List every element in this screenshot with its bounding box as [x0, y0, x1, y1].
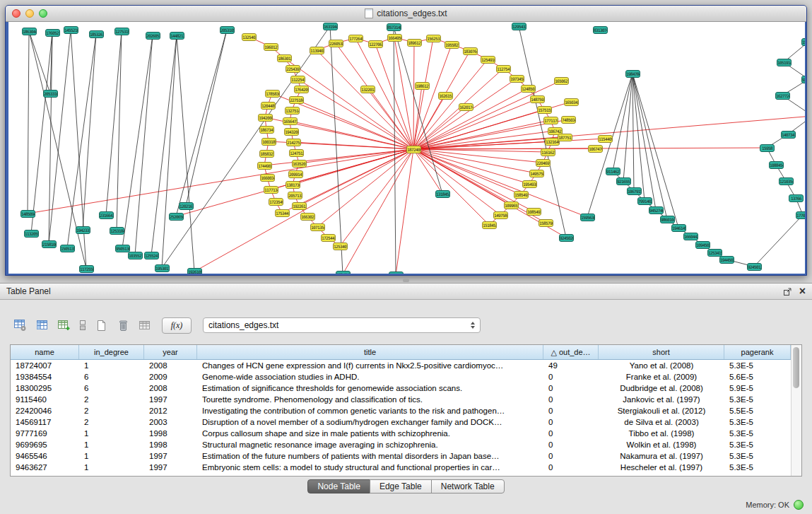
graph-node[interactable]: 9452740 [649, 206, 664, 214]
graph-node[interactable]: 1663021 [300, 213, 315, 221]
graph-node[interactable]: 1248503 [521, 85, 536, 93]
cell-short[interactable]: Wolkin et al. (1998) [599, 439, 724, 450]
delete-table-icon[interactable] [114, 317, 132, 334]
cell-out_degree[interactable]: 0 [543, 450, 599, 462]
graph-node[interactable]: 9505130 [115, 245, 130, 252]
graph-node[interactable]: 1986127 [415, 82, 430, 90]
table-row[interactable]: 1872400712008Changes of HCN gene express… [11, 360, 801, 371]
graph-node[interactable]: 1954938 [522, 180, 537, 188]
graph-node[interactable]: 1067476 [588, 145, 603, 153]
minimize-window-button[interactable] [25, 9, 34, 18]
graph-node[interactable]: 1785830 [265, 90, 280, 98]
graph-node[interactable]: 1863012 [277, 54, 292, 62]
graph-node[interactable]: 2099147 [288, 170, 303, 178]
graph-node[interactable]: 1896127 [407, 39, 422, 47]
graph-node[interactable]: 1127547 [496, 65, 511, 73]
function-builder-button[interactable]: f(x) [162, 317, 192, 334]
graph-node[interactable]: 2520650 [169, 213, 184, 221]
table-row[interactable]: 1456911722003Disruption of a novel membe… [11, 416, 801, 428]
graph-node[interactable]: 2204697 [536, 159, 551, 167]
graph-node[interactable]: 7485034 [561, 116, 576, 124]
cell-pagerank[interactable]: 5.9E-5 [724, 382, 791, 394]
graph-node[interactable]: 1944502 [719, 256, 734, 264]
graph-node[interactable]: 1943208 [284, 128, 299, 136]
cell-short[interactable]: Dudbridge et al. (2008) [599, 382, 724, 394]
graph-node[interactable]: 1139402 [310, 47, 324, 54]
cell-title[interactable]: Corpus callosum shape and size in male p… [197, 428, 543, 439]
graph-node[interactable]: 9216557 [616, 177, 631, 185]
graph-node[interactable]: 2275184 [289, 96, 304, 104]
cell-title[interactable]: Structural magnetic resonance image aver… [197, 439, 543, 450]
graph-node[interactable]: 1620174 [459, 103, 473, 111]
cell-name[interactable]: 9463627 [11, 462, 79, 473]
graph-node[interactable]: 1253407 [333, 243, 348, 250]
close-panel-icon[interactable]: × [799, 286, 806, 296]
graph-node[interactable]: 1227063 [368, 40, 383, 48]
cell-year[interactable]: 2008 [144, 360, 197, 371]
new-table-icon[interactable] [92, 317, 110, 334]
cell-name[interactable]: 9115460 [11, 394, 79, 405]
cell-out_degree[interactable]: 0 [543, 439, 599, 450]
table-row[interactable]: 1830029562008Estimation of significance … [11, 382, 801, 394]
graph-node[interactable]: 1051914 [777, 59, 792, 66]
column-header-name[interactable]: name [11, 345, 79, 359]
graph-node[interactable]: 2057133 [288, 192, 302, 199]
graph-node[interactable]: 1656473 [283, 117, 298, 125]
cell-short[interactable]: Jankovic et al. (1997) [599, 394, 724, 405]
graph-node[interactable]: 1455210 [64, 26, 78, 34]
graph-node[interactable]: 1744902 [257, 162, 272, 170]
graph-node[interactable]: 9114627 [606, 168, 620, 175]
graph-node[interactable]: 1487593 [530, 95, 545, 103]
cell-short[interactable]: Nakamura et al. (1997) [599, 450, 724, 462]
graph-node[interactable]: 1960127 [264, 43, 278, 51]
graph-node[interactable]: 7991402 [637, 197, 652, 205]
cell-year[interactable]: 1998 [144, 439, 197, 450]
graph-node[interactable]: 1650342 [564, 98, 579, 106]
cell-in_degree[interactable]: 1 [79, 439, 144, 450]
column-header-short[interactable]: short [599, 345, 724, 359]
graph-node[interactable]: 1204485 [261, 102, 276, 110]
cell-out_degree[interactable]: 0 [543, 416, 599, 428]
graph-node[interactable]: 1922613 [292, 202, 307, 210]
cell-pagerank[interactable]: 5.3E-5 [724, 428, 791, 439]
graph-node[interactable]: 1562531 [426, 35, 441, 42]
graph-node[interactable]: 1771174 [543, 117, 558, 124]
graph-node[interactable]: 1255247 [144, 252, 159, 259]
graph-node[interactable]: 1071354 [310, 223, 325, 231]
graph-node[interactable]: 1635201 [292, 160, 307, 168]
graph-node[interactable]: 2053310 [43, 90, 58, 98]
graph-node[interactable]: 1247512 [289, 149, 304, 157]
graph-node[interactable]: 1485094 [20, 210, 35, 218]
graph-node[interactable]: 1585493 [514, 191, 529, 199]
column-header-title[interactable]: title [197, 345, 543, 359]
cell-short[interactable]: de Silva et al. (2003) [599, 416, 724, 428]
cell-in_degree[interactable]: 6 [79, 382, 144, 394]
graph-node[interactable]: 1210354 [779, 177, 794, 185]
tab-network-table[interactable]: Network Table [431, 479, 505, 493]
cell-year[interactable]: 1997 [144, 462, 197, 473]
graph-node[interactable]: 9860104 [660, 216, 675, 223]
graph-node[interactable]: 1631944 [323, 23, 338, 30]
graph-node[interactable]: 2260538 [329, 40, 343, 47]
graph-node[interactable]: 1518453 [482, 221, 497, 229]
graph-node[interactable]: 1085493 [526, 208, 541, 216]
column-header-pagerank[interactable]: pagerank [724, 345, 791, 359]
graph-node[interactable]: 1177134 [264, 186, 278, 194]
cell-year[interactable]: 2008 [144, 382, 197, 394]
table-row[interactable]: 969969511998Structural magnetic resonanc… [11, 439, 801, 450]
table-scrollbar[interactable] [791, 345, 801, 476]
cell-out_degree[interactable]: 0 [543, 371, 599, 382]
graph-node[interactable]: 1660034 [260, 174, 275, 182]
graph-node[interactable]: 2053105 [220, 26, 235, 34]
cell-out_degree[interactable]: 0 [543, 405, 599, 416]
cell-out_degree[interactable]: 0 [543, 462, 599, 473]
graph-node[interactable]: 1724541 [336, 271, 351, 274]
column-header-in_degree[interactable]: in_degree [79, 345, 144, 359]
cell-short[interactable]: Stergiakouli et al. (2012) [599, 405, 724, 416]
cell-title[interactable]: Investigating the contribution of common… [197, 405, 543, 416]
cell-out_degree[interactable]: 49 [543, 360, 599, 371]
cell-name[interactable]: 14569117 [11, 416, 79, 428]
graph-node[interactable]: 1760521 [45, 29, 60, 37]
cell-name[interactable]: 19384554 [11, 371, 79, 382]
graph-node[interactable]: 1595630 [580, 214, 595, 221]
